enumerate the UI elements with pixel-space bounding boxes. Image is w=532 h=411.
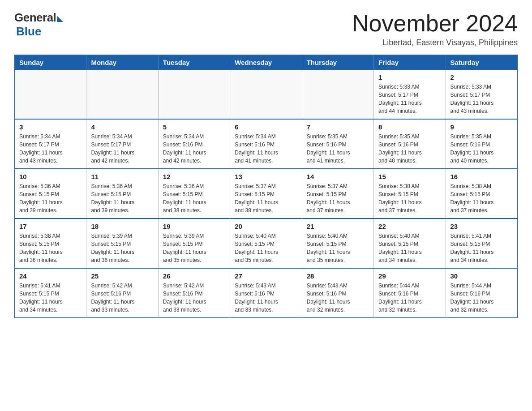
header-day-saturday: Saturday (446, 55, 517, 70)
day-info: Sunrise: 5:44 AM Sunset: 5:16 PM Dayligh… (450, 282, 513, 314)
day-number: 1 (378, 73, 441, 81)
day-number: 19 (163, 223, 225, 230)
day-number: 8 (378, 123, 441, 131)
day-cell: 8Sunrise: 5:35 AM Sunset: 5:16 PM Daylig… (374, 119, 446, 169)
day-number: 21 (307, 223, 369, 230)
day-cell: 4Sunrise: 5:34 AM Sunset: 5:17 PM Daylig… (86, 119, 158, 169)
day-cell: 6Sunrise: 5:34 AM Sunset: 5:16 PM Daylig… (230, 119, 302, 169)
day-number: 9 (450, 123, 513, 131)
day-cell: 26Sunrise: 5:42 AM Sunset: 5:16 PM Dayli… (158, 268, 230, 318)
day-cell: 21Sunrise: 5:40 AM Sunset: 5:15 PM Dayli… (302, 218, 373, 268)
day-info: Sunrise: 5:36 AM Sunset: 5:15 PM Dayligh… (91, 182, 153, 214)
day-cell: 3Sunrise: 5:34 AM Sunset: 5:17 PM Daylig… (15, 119, 86, 169)
day-cell (158, 70, 230, 119)
day-info: Sunrise: 5:35 AM Sunset: 5:16 PM Dayligh… (378, 133, 441, 165)
day-info: Sunrise: 5:44 AM Sunset: 5:16 PM Dayligh… (378, 282, 441, 314)
day-cell: 29Sunrise: 5:44 AM Sunset: 5:16 PM Dayli… (374, 268, 446, 318)
day-cell: 1Sunrise: 5:33 AM Sunset: 5:17 PM Daylig… (374, 70, 446, 119)
header-day-monday: Monday (86, 55, 158, 70)
header-day-sunday: Sunday (15, 55, 86, 70)
day-number: 7 (307, 123, 369, 131)
day-cell (15, 70, 86, 119)
day-info: Sunrise: 5:42 AM Sunset: 5:16 PM Dayligh… (91, 282, 153, 314)
logo: General Blue (14, 11, 63, 39)
day-cell (302, 70, 373, 119)
day-number: 24 (19, 272, 82, 280)
month-title: November 2024 (352, 11, 518, 36)
day-number: 2 (450, 73, 513, 81)
day-number: 5 (163, 123, 225, 131)
day-cell: 18Sunrise: 5:39 AM Sunset: 5:15 PM Dayli… (86, 218, 158, 268)
day-info: Sunrise: 5:35 AM Sunset: 5:16 PM Dayligh… (450, 133, 513, 165)
day-info: Sunrise: 5:37 AM Sunset: 5:15 PM Dayligh… (235, 182, 297, 214)
day-info: Sunrise: 5:38 AM Sunset: 5:15 PM Dayligh… (19, 232, 82, 264)
header-day-thursday: Thursday (302, 55, 373, 70)
day-info: Sunrise: 5:34 AM Sunset: 5:17 PM Dayligh… (91, 133, 153, 165)
day-number: 26 (163, 272, 225, 280)
day-cell: 17Sunrise: 5:38 AM Sunset: 5:15 PM Dayli… (15, 218, 86, 268)
day-number: 20 (235, 223, 297, 230)
day-info: Sunrise: 5:41 AM Sunset: 5:15 PM Dayligh… (19, 282, 82, 314)
day-info: Sunrise: 5:36 AM Sunset: 5:15 PM Dayligh… (163, 182, 225, 214)
header-row: SundayMondayTuesdayWednesdayThursdayFrid… (15, 55, 518, 70)
day-number: 14 (307, 173, 369, 180)
day-cell: 11Sunrise: 5:36 AM Sunset: 5:15 PM Dayli… (86, 169, 158, 218)
day-number: 28 (307, 272, 369, 280)
day-cell: 22Sunrise: 5:40 AM Sunset: 5:15 PM Dayli… (374, 218, 446, 268)
day-info: Sunrise: 5:40 AM Sunset: 5:15 PM Dayligh… (307, 232, 369, 264)
day-number: 30 (450, 272, 513, 280)
location-subtitle: Libertad, Eastern Visayas, Philippines (352, 38, 518, 47)
day-info: Sunrise: 5:43 AM Sunset: 5:16 PM Dayligh… (307, 282, 369, 314)
day-cell: 13Sunrise: 5:37 AM Sunset: 5:15 PM Dayli… (230, 169, 302, 218)
day-number: 11 (91, 173, 153, 180)
day-number: 6 (235, 123, 297, 131)
day-cell: 19Sunrise: 5:39 AM Sunset: 5:15 PM Dayli… (158, 218, 230, 268)
week-row-1: 1Sunrise: 5:33 AM Sunset: 5:17 PM Daylig… (15, 70, 518, 119)
week-row-5: 24Sunrise: 5:41 AM Sunset: 5:15 PM Dayli… (15, 268, 518, 318)
day-number: 22 (378, 223, 441, 230)
day-info: Sunrise: 5:35 AM Sunset: 5:16 PM Dayligh… (307, 133, 369, 165)
day-info: Sunrise: 5:34 AM Sunset: 5:16 PM Dayligh… (163, 133, 225, 165)
week-row-2: 3Sunrise: 5:34 AM Sunset: 5:17 PM Daylig… (15, 119, 518, 169)
day-cell: 20Sunrise: 5:40 AM Sunset: 5:15 PM Dayli… (230, 218, 302, 268)
logo-blue-text: Blue (16, 25, 41, 39)
header-day-wednesday: Wednesday (230, 55, 302, 70)
day-info: Sunrise: 5:36 AM Sunset: 5:15 PM Dayligh… (19, 182, 82, 214)
day-number: 29 (378, 272, 441, 280)
day-number: 15 (378, 173, 441, 180)
day-number: 3 (19, 123, 82, 131)
day-cell: 7Sunrise: 5:35 AM Sunset: 5:16 PM Daylig… (302, 119, 373, 169)
day-cell: 28Sunrise: 5:43 AM Sunset: 5:16 PM Dayli… (302, 268, 373, 318)
day-cell: 12Sunrise: 5:36 AM Sunset: 5:15 PM Dayli… (158, 169, 230, 218)
day-info: Sunrise: 5:39 AM Sunset: 5:15 PM Dayligh… (163, 232, 225, 264)
day-number: 17 (19, 223, 82, 230)
day-cell: 10Sunrise: 5:36 AM Sunset: 5:15 PM Dayli… (15, 169, 86, 218)
day-cell: 9Sunrise: 5:35 AM Sunset: 5:16 PM Daylig… (446, 119, 517, 169)
logo-triangle-icon (57, 16, 63, 22)
day-info: Sunrise: 5:42 AM Sunset: 5:16 PM Dayligh… (163, 282, 225, 314)
day-number: 25 (91, 272, 153, 280)
day-number: 12 (163, 173, 225, 180)
day-cell: 25Sunrise: 5:42 AM Sunset: 5:16 PM Dayli… (86, 268, 158, 318)
day-info: Sunrise: 5:41 AM Sunset: 5:15 PM Dayligh… (450, 232, 513, 264)
day-cell: 15Sunrise: 5:38 AM Sunset: 5:15 PM Dayli… (374, 169, 446, 218)
day-cell: 24Sunrise: 5:41 AM Sunset: 5:15 PM Dayli… (15, 268, 86, 318)
day-cell: 16Sunrise: 5:38 AM Sunset: 5:15 PM Dayli… (446, 169, 517, 218)
day-cell: 2Sunrise: 5:33 AM Sunset: 5:17 PM Daylig… (446, 70, 517, 119)
day-info: Sunrise: 5:37 AM Sunset: 5:15 PM Dayligh… (307, 182, 369, 214)
day-number: 4 (91, 123, 153, 131)
day-number: 18 (91, 223, 153, 230)
page-header: General Blue November 2024 Libertad, Eas… (14, 11, 518, 47)
day-info: Sunrise: 5:38 AM Sunset: 5:15 PM Dayligh… (450, 182, 513, 214)
calendar-table: SundayMondayTuesdayWednesdayThursdayFrid… (14, 55, 518, 318)
logo-general-text: General (14, 11, 56, 25)
title-block: November 2024 Libertad, Eastern Visayas,… (352, 11, 518, 47)
calendar-body: 1Sunrise: 5:33 AM Sunset: 5:17 PM Daylig… (15, 70, 518, 318)
day-info: Sunrise: 5:43 AM Sunset: 5:16 PM Dayligh… (235, 282, 297, 314)
day-cell: 30Sunrise: 5:44 AM Sunset: 5:16 PM Dayli… (446, 268, 517, 318)
day-number: 10 (19, 173, 82, 180)
day-info: Sunrise: 5:34 AM Sunset: 5:16 PM Dayligh… (235, 133, 297, 165)
day-cell: 27Sunrise: 5:43 AM Sunset: 5:16 PM Dayli… (230, 268, 302, 318)
day-info: Sunrise: 5:40 AM Sunset: 5:15 PM Dayligh… (378, 232, 441, 264)
day-number: 23 (450, 223, 513, 230)
